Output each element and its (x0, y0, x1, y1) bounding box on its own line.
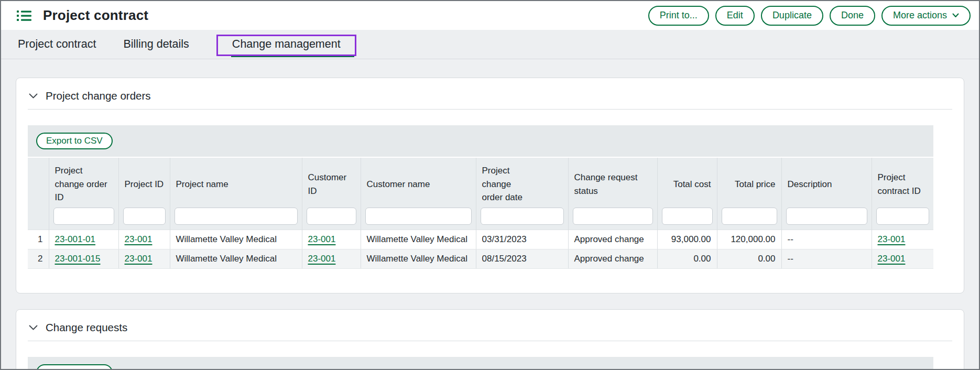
link-project-contract-id[interactable]: 23-001 (878, 234, 906, 244)
print-to-label: Print to... (660, 10, 698, 21)
filter-input-customer-id[interactable] (307, 208, 356, 225)
column-header-customer-name: Customer name (361, 158, 476, 230)
tab-bar: Project contract Billing details Change … (1, 30, 979, 59)
grid-toolbar: Export to CSV (28, 125, 933, 157)
filter-input-total-cost[interactable] (662, 208, 713, 225)
section-title: Change requests (46, 321, 127, 334)
more-actions-label: More actions (893, 10, 947, 21)
export-to-csv-button[interactable]: Export to CSV (36, 133, 113, 149)
tab-label: Billing details (123, 38, 189, 51)
table-header-row: Project change order IDProject IDProject… (28, 158, 933, 230)
link-project-change-order-id[interactable]: 23-001-01 (55, 234, 96, 244)
chevron-down-icon (952, 13, 959, 18)
filter-input-change-request-status[interactable] (573, 208, 653, 225)
project-change-orders-card: Project change orders Export to CSV Proj… (16, 78, 964, 293)
cell-customer-id: 23-001 (302, 249, 361, 269)
chevron-down-icon (29, 93, 38, 99)
chevron-down-icon (29, 325, 38, 330)
table-row: 223-001-01523-001Willamette Valley Medic… (28, 249, 933, 269)
tab-label: Change management (232, 38, 341, 51)
print-to-button[interactable]: Print to... (648, 6, 709, 26)
filter-input-project-id[interactable] (123, 208, 166, 225)
filter-input-project-change-order-id[interactable] (53, 208, 114, 225)
cell-project-change-order-date: 03/31/2023 (476, 230, 568, 249)
link-project-change-order-id[interactable]: 23-001-015 (55, 254, 101, 264)
cell-change-request-status: Approved change (568, 249, 657, 269)
link-project-id[interactable]: 23-001 (125, 254, 153, 264)
cell-project-name: Willamette Valley Medical (170, 230, 302, 249)
active-tab-underline (231, 55, 354, 57)
top-bar: Project contract Print to... Edit Duplic… (1, 1, 979, 30)
filter-input-project-change-order-date[interactable] (481, 208, 564, 225)
cell-project-contract-id: 23-001 (872, 249, 933, 269)
column-label: Total price (717, 158, 781, 208)
filter-input-project-name[interactable] (175, 208, 298, 225)
column-header-total-cost: Total cost (657, 158, 717, 230)
cell-total-cost: 93,000.00 (657, 230, 717, 249)
list-menu-icon[interactable] (17, 9, 31, 22)
tab-billing-details[interactable]: Billing details (123, 30, 189, 59)
section-divider (28, 341, 952, 341)
table-row: 123-001-0123-001Willamette Valley Medica… (28, 230, 933, 249)
column-label: Project contract ID (872, 158, 934, 208)
cell-project-name: Willamette Valley Medical (170, 249, 302, 269)
tab-change-management[interactable]: Change management (216, 30, 356, 59)
cell-project-change-order-date: 08/15/2023 (476, 249, 568, 269)
column-label: Change request status (569, 158, 657, 208)
filter-input-description[interactable] (786, 208, 867, 225)
change-requests-card: Change requests Export to CSV (16, 309, 964, 370)
link-project-contract-id[interactable]: 23-001 (878, 254, 906, 264)
cell-customer-name: Willamette Valley Medical (361, 230, 476, 249)
more-actions-button[interactable]: More actions (881, 6, 971, 26)
link-customer-id[interactable]: 23-001 (308, 234, 336, 244)
column-header-customer-id: Customer ID (302, 158, 361, 230)
column-label: Customer ID (302, 158, 361, 208)
done-button[interactable]: Done (830, 6, 875, 26)
column-header-project-name: Project name (170, 158, 302, 230)
column-header-project-change-order-id: Project change order ID (49, 158, 118, 230)
filter-input-customer-name[interactable] (365, 208, 472, 225)
change-orders-table: Project change order IDProject IDProject… (28, 158, 933, 269)
page-title: Project contract (43, 7, 148, 24)
row-number: 2 (28, 249, 49, 269)
duplicate-button[interactable]: Duplicate (761, 6, 823, 26)
page-content: Project change orders Export to CSV Proj… (1, 59, 979, 370)
link-project-id[interactable]: 23-001 (125, 234, 153, 244)
column-header-project-id: Project ID (118, 158, 170, 230)
column-label: Total cost (658, 158, 717, 208)
cell-total-price: 0.00 (717, 249, 781, 269)
column-label: Project change order ID (49, 158, 118, 208)
export-to-csv-button[interactable]: Export to CSV (36, 364, 113, 370)
tab-label: Project contract (18, 38, 96, 51)
column-label: Project name (170, 158, 302, 208)
cell-customer-id: 23-001 (302, 230, 361, 249)
filter-input-project-contract-id[interactable] (876, 208, 930, 225)
done-label: Done (841, 10, 864, 21)
grid-toolbar: Export to CSV (28, 357, 933, 370)
column-label: Project change order date (476, 158, 531, 208)
project-change-orders-header[interactable]: Project change orders (28, 83, 952, 109)
edit-button[interactable]: Edit (715, 6, 755, 26)
change-requests-header[interactable]: Change requests (28, 315, 952, 341)
column-header-rownum (28, 158, 49, 230)
column-header-total-price: Total price (717, 158, 781, 230)
link-customer-id[interactable]: 23-001 (308, 254, 336, 264)
app-window: Project contract Print to... Edit Duplic… (0, 0, 980, 370)
row-number: 1 (28, 230, 49, 249)
cell-project-change-order-id: 23-001-015 (49, 249, 118, 269)
cell-project-id: 23-001 (118, 249, 170, 269)
column-header-change-request-status: Change request status (568, 158, 657, 230)
column-label: Customer name (361, 158, 476, 208)
cell-description: -- (781, 249, 872, 269)
column-label: Description (782, 158, 872, 208)
cell-project-contract-id: 23-001 (872, 230, 933, 249)
filter-input-total-price[interactable] (722, 208, 777, 225)
change-orders-grid: Export to CSV Project change order IDPro… (28, 125, 933, 269)
duplicate-label: Duplicate (772, 10, 812, 21)
cell-customer-name: Willamette Valley Medical (361, 249, 476, 269)
cell-total-cost: 0.00 (657, 249, 717, 269)
column-header-project-contract-id: Project contract ID (872, 158, 933, 230)
section-title: Project change orders (46, 90, 151, 102)
cell-project-id: 23-001 (118, 230, 170, 249)
tab-project-contract[interactable]: Project contract (18, 30, 96, 59)
